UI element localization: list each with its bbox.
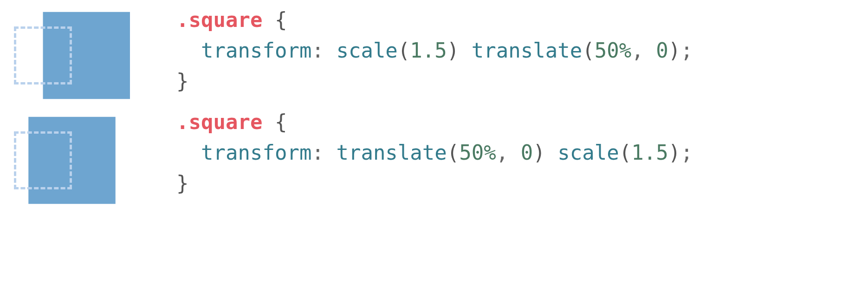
code-block-1: .square { transform: scale(1.5) translat…	[176, 5, 693, 97]
semi-2: ;	[680, 141, 693, 164]
rparen-2a: )	[533, 141, 545, 164]
property-2: transform	[201, 141, 311, 164]
open-brace-2: {	[275, 110, 287, 134]
visual-demo-2	[9, 107, 139, 214]
example-row-2: .square { transform: translate(50%, 0) s…	[9, 107, 859, 214]
colon-2: :	[311, 141, 324, 164]
comma-2: ,	[496, 141, 509, 164]
code-block-2: .square { transform: translate(50%, 0) s…	[176, 107, 693, 199]
arg2a-1: 50%	[595, 39, 631, 62]
original-square-outline-1	[14, 26, 72, 84]
lparen-1b: (	[582, 39, 595, 62]
open-brace-1: {	[275, 8, 287, 32]
property-1: transform	[201, 39, 311, 62]
func1-2: translate	[336, 141, 447, 164]
func2-1: translate	[472, 39, 582, 62]
arg2b-1: 0	[656, 39, 668, 62]
arg2-2: 1.5	[631, 141, 668, 164]
example-row-1: .square { transform: scale(1.5) translat…	[9, 5, 859, 107]
close-brace-1: }	[176, 69, 189, 93]
arg1-1: 1.5	[410, 39, 447, 62]
func2-2: scale	[557, 141, 619, 164]
original-square-outline-2	[14, 131, 72, 189]
lparen-2b: (	[619, 141, 632, 164]
rparen-1a: )	[447, 39, 460, 62]
comma-1: ,	[631, 39, 644, 62]
selector-2: .square	[176, 110, 262, 134]
semi-1: ;	[680, 39, 693, 62]
lparen-2a: (	[447, 141, 460, 164]
colon-1: :	[311, 39, 324, 62]
func1-1: scale	[336, 39, 397, 62]
rparen-2b: )	[668, 141, 681, 164]
selector-1: .square	[176, 8, 262, 32]
arg1b-2: 0	[521, 141, 533, 164]
arg1a-2: 50%	[459, 141, 496, 164]
lparen-1a: (	[398, 39, 410, 62]
visual-demo-1	[9, 5, 139, 107]
close-brace-2: }	[176, 171, 189, 195]
rparen-1b: )	[668, 39, 681, 62]
